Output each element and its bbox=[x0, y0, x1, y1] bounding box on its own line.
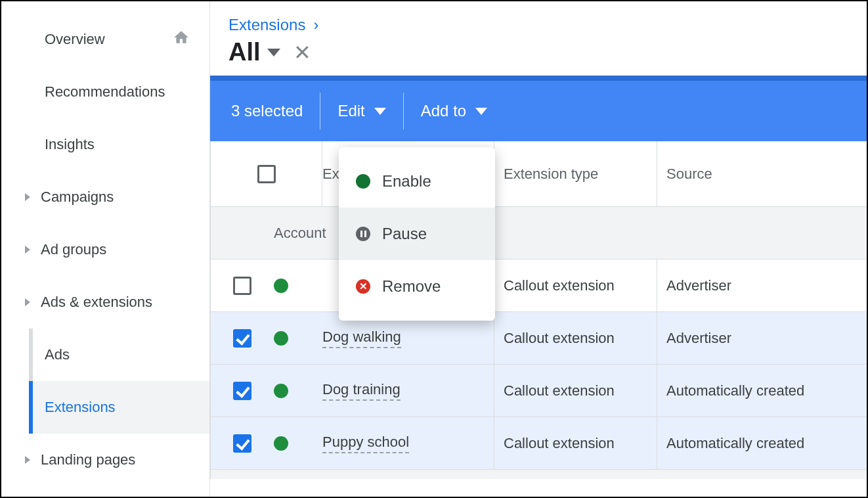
table-row: Dog training Callout extension Automatic… bbox=[210, 365, 867, 417]
sidebar-item-campaigns[interactable]: Campaigns bbox=[1, 171, 209, 223]
edit-menu: Enable Pause ✕ Remove bbox=[339, 147, 495, 321]
edit-dropdown[interactable]: Edit bbox=[320, 93, 402, 129]
table-row: Puppy school Callout extension Automatic… bbox=[210, 417, 867, 470]
status-enabled-icon bbox=[274, 436, 288, 451]
sidebar-item-label: Campaigns bbox=[41, 189, 114, 206]
sidebar-item-label: Landing pages bbox=[41, 451, 135, 468]
table-row: Callout extension Advertiser bbox=[210, 260, 867, 312]
extension-type: Callout extension bbox=[494, 260, 657, 311]
main-pane: Extensions › All ✕ 3 selected Edit bbox=[210, 1, 867, 497]
sidebar-subitem-extensions[interactable]: Extensions bbox=[33, 381, 209, 434]
menu-label: Remove bbox=[382, 277, 441, 296]
status-enabled-icon bbox=[274, 279, 288, 293]
status-enabled-icon bbox=[274, 331, 288, 346]
home-icon bbox=[173, 29, 190, 50]
sidebar: Overview Recommendations Insights Campai… bbox=[1, 1, 210, 497]
row-checkbox[interactable] bbox=[233, 382, 251, 400]
extension-source: Advertiser bbox=[657, 260, 867, 311]
status-enabled-icon bbox=[274, 384, 288, 398]
pause-icon bbox=[356, 227, 370, 241]
sidebar-item-label: Insights bbox=[45, 136, 95, 153]
chevron-down-icon bbox=[374, 108, 386, 115]
extension-name[interactable]: Dog walking bbox=[322, 328, 401, 348]
bulk-action-bar: 3 selected Edit Add to bbox=[210, 76, 867, 141]
breadcrumb[interactable]: Extensions › bbox=[228, 16, 848, 34]
filter-dropdown[interactable]: All bbox=[228, 38, 280, 66]
col-header-source[interactable]: Source bbox=[657, 141, 867, 206]
extension-type: Callout extension bbox=[494, 312, 657, 364]
chevron-right-icon bbox=[25, 246, 30, 254]
menu-item-pause[interactable]: Pause bbox=[339, 208, 495, 260]
close-icon[interactable]: ✕ bbox=[293, 40, 311, 65]
sidebar-item-label: Recommendations bbox=[45, 83, 165, 101]
sidebar-item-label: Ads & extensions bbox=[41, 294, 152, 311]
select-all-checkbox[interactable] bbox=[257, 165, 276, 183]
table-group-row: Account bbox=[210, 207, 867, 260]
enable-icon bbox=[356, 174, 370, 189]
chevron-right-icon bbox=[25, 193, 30, 201]
extension-source: Automatically created bbox=[657, 365, 867, 417]
extensions-table: Extension Extension type Source Account … bbox=[210, 141, 867, 497]
breadcrumb-label: Extensions bbox=[228, 16, 305, 34]
chevron-right-icon: › bbox=[313, 16, 318, 34]
menu-item-remove[interactable]: ✕ Remove bbox=[339, 260, 495, 313]
addto-dropdown[interactable]: Add to bbox=[404, 93, 504, 129]
sidebar-item-adgroups[interactable]: Ad groups bbox=[1, 223, 209, 276]
table-row: Dog walking Callout extension Advertiser bbox=[210, 312, 867, 365]
table-header-row: Extension Extension type Source bbox=[210, 141, 867, 207]
sidebar-item-label: Ad groups bbox=[41, 241, 106, 258]
chevron-right-icon bbox=[25, 456, 30, 464]
chevron-down-icon bbox=[475, 108, 487, 115]
sidebar-item-overview[interactable]: Overview bbox=[1, 13, 209, 66]
row-checkbox[interactable] bbox=[233, 434, 251, 453]
sidebar-item-recommendations[interactable]: Recommendations bbox=[1, 66, 209, 118]
edit-label: Edit bbox=[337, 102, 364, 120]
row-checkbox[interactable] bbox=[233, 329, 251, 348]
extension-name[interactable]: Dog training bbox=[322, 381, 401, 401]
menu-item-enable[interactable]: Enable bbox=[339, 155, 495, 208]
col-header-type[interactable]: Extension type bbox=[494, 141, 657, 206]
filter-label: All bbox=[228, 38, 261, 66]
sidebar-item-landing-pages[interactable]: Landing pages bbox=[1, 434, 209, 486]
sidebar-item-label: Extensions bbox=[45, 399, 116, 416]
chevron-right-icon bbox=[25, 298, 30, 306]
extension-source: Advertiser bbox=[657, 312, 867, 364]
extension-name[interactable]: Puppy school bbox=[322, 434, 409, 453]
sidebar-item-ads-extensions[interactable]: Ads & extensions bbox=[1, 276, 209, 328]
group-label: Account bbox=[274, 225, 326, 242]
table-footer-spacer bbox=[210, 470, 867, 479]
chevron-down-icon bbox=[267, 49, 280, 57]
extension-source: Automatically created bbox=[657, 417, 867, 469]
sidebar-subitem-ads[interactable]: Ads bbox=[33, 328, 209, 381]
menu-label: Pause bbox=[382, 225, 427, 243]
sidebar-item-label: Overview bbox=[45, 31, 105, 48]
page-header: Extensions › All ✕ bbox=[210, 1, 867, 76]
sidebar-item-insights[interactable]: Insights bbox=[1, 118, 209, 171]
sidebar-subgroup: Ads Extensions bbox=[29, 328, 209, 434]
extension-type: Callout extension bbox=[494, 365, 657, 417]
row-checkbox[interactable] bbox=[233, 277, 251, 295]
addto-label: Add to bbox=[421, 102, 466, 120]
selection-count: 3 selected bbox=[231, 93, 320, 129]
sidebar-item-label: Ads bbox=[45, 346, 70, 363]
extension-type: Callout extension bbox=[494, 417, 657, 469]
remove-icon: ✕ bbox=[356, 279, 370, 294]
menu-label: Enable bbox=[382, 172, 431, 191]
